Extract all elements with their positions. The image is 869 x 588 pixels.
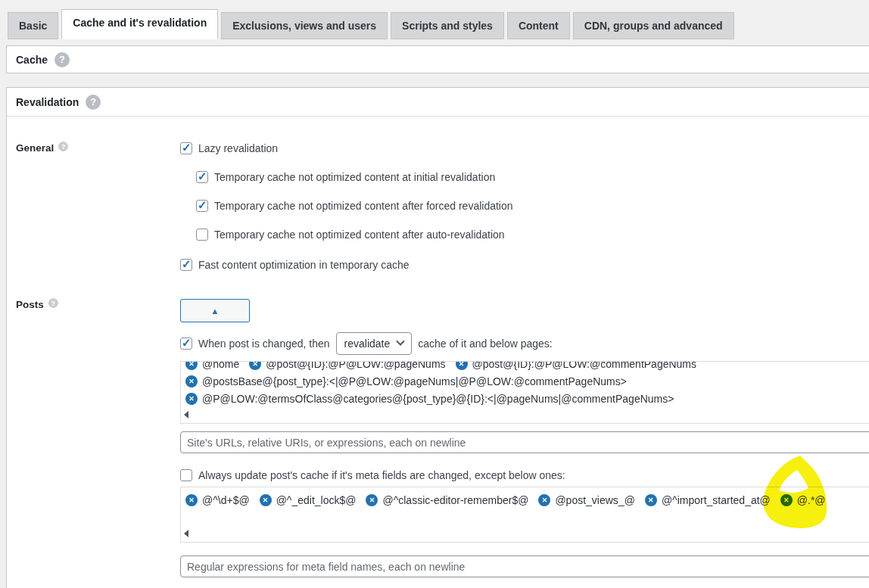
revalidation-section-header[interactable]: Revalidation xyxy=(7,88,869,117)
tab-scripts-styles[interactable]: Scripts and styles xyxy=(391,12,504,39)
tag-post-pagenums: @post@{ID}:@P@LOW:@pageNums xyxy=(249,361,445,370)
remove-tag-icon[interactable] xyxy=(780,494,793,506)
tag-row: @postsBase@{post_type}:<|@P@LOW:@pageNum… xyxy=(185,372,869,390)
chevron-down-icon xyxy=(397,337,405,345)
when-post-changed-text-after: cache of it and below pages: xyxy=(418,338,552,350)
help-icon[interactable] xyxy=(58,142,68,151)
help-icon[interactable] xyxy=(86,95,101,110)
tag-text: @^classic-editor-remember$@ xyxy=(382,494,528,506)
collapse-arrow-icon: ▲ xyxy=(211,306,220,316)
revalidation-section: Revalidation General Lazy revalidation T… xyxy=(6,87,869,588)
tag-text: @^import_started_at@ xyxy=(662,494,771,506)
tagbox-scrolled-content: @home @post@{ID}:@P@LOW:@pageNums @post@… xyxy=(185,361,869,407)
checkbox-always-update-meta[interactable]: Always update post's cache if it's meta … xyxy=(180,469,869,481)
meta-regex-input[interactable] xyxy=(180,555,869,577)
general-label: General xyxy=(16,142,54,154)
tag-row: @P@LOW:@termsOfClass@categories@{post_ty… xyxy=(185,390,869,407)
posts-label: Posts xyxy=(16,299,44,311)
tag-text: @postsBase@{post_type}:<|@P@LOW:@pageNum… xyxy=(202,375,627,387)
help-icon[interactable] xyxy=(55,52,70,67)
checkbox-label: Always update post's cache if it's meta … xyxy=(198,469,565,481)
when-post-changed-text-before: When post is changed, then xyxy=(198,338,330,350)
site-urls-input[interactable] xyxy=(180,431,869,453)
when-post-changed-row: When post is changed, then revalidate ca… xyxy=(180,331,869,355)
tag-postsbase: @postsBase@{post_type}:<|@P@LOW:@pageNum… xyxy=(185,375,627,387)
remove-tag-icon[interactable] xyxy=(185,361,198,370)
tab-exclusions-views-users[interactable]: Exclusions, views and users xyxy=(221,12,388,39)
tag-regex-classic-editor: @^classic-editor-remember$@ xyxy=(366,494,528,506)
tab-cache-revalidation[interactable]: Cache and it's revalidation xyxy=(61,9,218,39)
tag-regex-match-all: @.*@ xyxy=(780,494,826,506)
checkbox-lazy-revalidation[interactable]: Lazy revalidation xyxy=(180,142,869,154)
tab-basic[interactable]: Basic xyxy=(8,12,58,39)
checkbox-icon[interactable] xyxy=(196,171,208,183)
posts-label-cell: Posts xyxy=(7,299,180,577)
remove-tag-icon[interactable] xyxy=(260,494,272,506)
remove-tag-icon[interactable] xyxy=(645,494,657,506)
remove-tag-icon[interactable] xyxy=(538,494,550,506)
cache-section-title: Cache xyxy=(16,54,48,66)
checkbox-temp-cache-initial[interactable]: Temporary cache not optimized content at… xyxy=(196,171,869,183)
revalidation-section-title: Revalidation xyxy=(16,96,79,108)
tab-bar: Basic Cache and it's revalidation Exclus… xyxy=(0,0,869,39)
scroll-left-arrow-icon[interactable] xyxy=(184,411,188,418)
checkbox-fast-content-optimization[interactable]: Fast content optimization in temporary c… xyxy=(180,259,869,271)
tag-regex-edit-lock: @^_edit_lock$@ xyxy=(260,494,357,506)
help-icon[interactable] xyxy=(48,298,58,308)
tag-row: @^\d+$@ @^_edit_lock$@ @^classic-editor-… xyxy=(185,494,869,506)
cache-section[interactable]: Cache xyxy=(6,45,869,73)
pages-expressions-tagbox[interactable]: @home @post@{ID}:@P@LOW:@pageNums @post@… xyxy=(180,361,869,424)
meta-fields-tagbox[interactable]: @^\d+$@ @^_edit_lock$@ @^classic-editor-… xyxy=(180,487,869,543)
select-value: revalidate xyxy=(344,338,391,350)
checkbox-icon[interactable] xyxy=(180,259,192,271)
checkbox-icon[interactable] xyxy=(180,142,192,154)
tag-text: @^_edit_lock$@ xyxy=(276,494,357,506)
remove-tag-icon[interactable] xyxy=(456,361,468,370)
tag-home: @home xyxy=(185,361,239,370)
remove-tag-icon[interactable] xyxy=(366,494,378,506)
settings-page: Basic Cache and it's revalidation Exclus… xyxy=(0,0,869,588)
posts-controls: ▲ When post is changed, then revalidate … xyxy=(180,299,869,577)
revalidate-action-select[interactable]: revalidate xyxy=(336,332,413,355)
checkbox-label: Temporary cache not optimized content af… xyxy=(214,200,513,212)
checkbox-temp-cache-forced[interactable]: Temporary cache not optimized content af… xyxy=(196,200,869,212)
posts-row: Posts ▲ When post is changed, then reval… xyxy=(7,299,869,577)
collapse-posts-button[interactable]: ▲ xyxy=(180,299,250,322)
checkbox-label: Lazy revalidation xyxy=(198,142,278,154)
general-label-cell: General xyxy=(7,142,180,271)
tag-regex-import-started: @^import_started_at@ xyxy=(645,494,771,506)
tag-termsofclass: @P@LOW:@termsOfClass@categories@{post_ty… xyxy=(185,393,674,405)
checkbox-label: Fast content optimization in temporary c… xyxy=(198,259,410,271)
remove-tag-icon[interactable] xyxy=(185,494,198,506)
tag-regex-digits: @^\d+$@ xyxy=(185,494,250,506)
checkbox-label: Temporary cache not optimized content at… xyxy=(214,171,495,183)
remove-tag-icon[interactable] xyxy=(249,361,261,370)
remove-tag-icon[interactable] xyxy=(185,393,198,405)
tag-text: @post@{ID}:@P@LOW:@commentPageNums xyxy=(472,361,696,370)
remove-tag-icon[interactable] xyxy=(185,375,198,387)
tag-text: @home xyxy=(202,361,239,370)
tag-text: @P@LOW:@termsOfClass@categories@{post_ty… xyxy=(202,393,674,405)
checkbox-icon[interactable] xyxy=(180,338,192,350)
checkbox-label: Temporary cache not optimized content af… xyxy=(214,229,505,241)
tag-text: @post_views_@ xyxy=(555,494,634,506)
tag-regex-post-views: @post_views_@ xyxy=(538,494,634,506)
tab-cdn-groups-advanced[interactable]: CDN, groups and advanced xyxy=(573,12,734,39)
tag-text: @^\d+$@ xyxy=(202,494,250,506)
tag-post-commentpagenums: @post@{ID}:@P@LOW:@commentPageNums xyxy=(456,361,696,370)
tag-row: @home @post@{ID}:@P@LOW:@pageNums @post@… xyxy=(185,361,869,372)
tab-content[interactable]: Content xyxy=(507,12,570,39)
checkbox-icon[interactable] xyxy=(196,200,208,212)
scroll-left-arrow-icon[interactable] xyxy=(184,530,188,537)
general-row: General Lazy revalidation Temporary cach… xyxy=(7,142,869,271)
checkbox-icon[interactable] xyxy=(180,469,192,481)
tag-text: @post@{ID}:@P@LOW:@pageNums xyxy=(266,361,445,370)
checkbox-icon[interactable] xyxy=(196,229,208,241)
tag-text: @.*@ xyxy=(797,494,826,506)
general-controls: Lazy revalidation Temporary cache not op… xyxy=(180,142,869,271)
checkbox-temp-cache-auto[interactable]: Temporary cache not optimized content af… xyxy=(196,229,869,241)
